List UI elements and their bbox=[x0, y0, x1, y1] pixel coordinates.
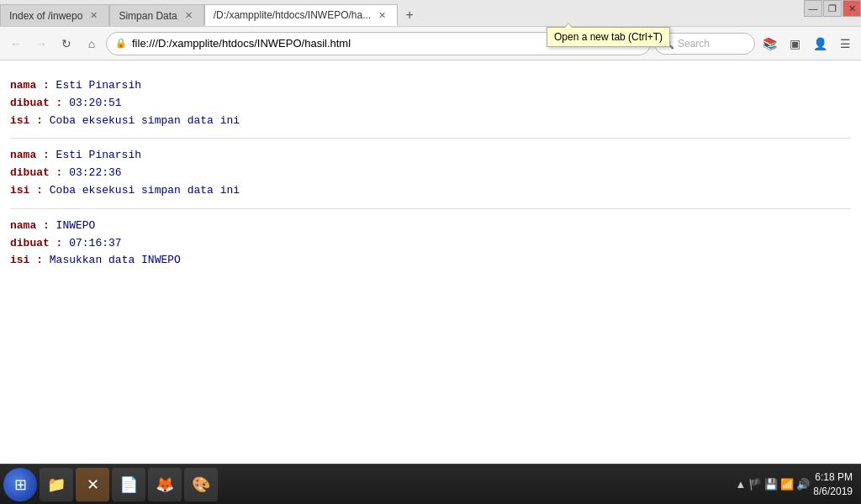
new-tab-button[interactable]: + bbox=[398, 4, 421, 26]
start-button[interactable]: ⊞ bbox=[3, 468, 37, 501]
minimize-button[interactable]: — bbox=[804, 0, 822, 17]
new-tab-tooltip: Open a new tab (Ctrl+T) bbox=[547, 27, 670, 47]
tab-3[interactable]: /D:/xampplite/htdocs/INWEPO/ha... ✕ bbox=[204, 4, 398, 26]
taskbar-xampp[interactable]: ✕ bbox=[76, 468, 109, 501]
entry-3: nama : INWEPO dibuat : 07:16:37 isi : Ma… bbox=[10, 209, 851, 278]
tab-1[interactable]: Index of /inwepo ✕ bbox=[0, 4, 109, 26]
tray-usb-icon[interactable]: 💾 bbox=[764, 478, 778, 491]
tray-up-arrow[interactable]: ▲ bbox=[735, 478, 746, 491]
close-button[interactable]: ✕ bbox=[843, 0, 861, 17]
entry-2-dibuat: dibuat : 03:22:36 bbox=[10, 165, 851, 182]
entry-1-dibuat: dibuat : 03:20:51 bbox=[10, 95, 851, 113]
clock-date: 8/6/2019 bbox=[813, 485, 853, 499]
entry-1: nama : Esti Pinarsih dibuat : 03:20:51 i… bbox=[10, 69, 851, 139]
system-tray: ▲ 🏴 💾 📶 🔊 6:18 PM 8/6/2019 bbox=[730, 470, 858, 499]
window-controls: — ❐ ✕ bbox=[803, 0, 861, 17]
address-text: file:///D:/xampplite/htdocs/INWEPO/hasil… bbox=[132, 37, 598, 50]
entry-3-dibuat: dibuat : 07:16:37 bbox=[10, 235, 851, 253]
tray-flag-icon[interactable]: 🏴 bbox=[748, 478, 762, 491]
search-placeholder: Search bbox=[678, 38, 710, 50]
lock-icon: 🔒 bbox=[115, 38, 127, 49]
maximize-button[interactable]: ❐ bbox=[823, 0, 842, 17]
avatar-icon[interactable]: 👤 bbox=[809, 33, 831, 55]
taskbar-notepad[interactable]: 📄 bbox=[112, 468, 145, 501]
taskbar-firefox[interactable]: 🦊 bbox=[148, 468, 182, 501]
entry-2-nama: nama : Esti Pinarsih bbox=[10, 147, 851, 165]
tab-1-close[interactable]: ✕ bbox=[87, 9, 100, 22]
tab-3-close[interactable]: ✕ bbox=[376, 9, 388, 22]
refresh-button[interactable]: ↻ bbox=[55, 33, 77, 55]
tray-network-icon[interactable]: 📶 bbox=[780, 478, 794, 491]
tab-2-label: Simpan Data bbox=[119, 10, 177, 22]
home-button[interactable]: ⌂ bbox=[81, 33, 103, 55]
entry-2-isi: isi : Coba eksekusi simpan data ini bbox=[10, 182, 851, 200]
entry-3-nama: nama : INWEPO bbox=[10, 218, 851, 235]
taskbar: ⊞ 📁 ✕ 📄 🦊 🎨 ▲ 🏴 💾 📶 🔊 6:18 PM 8/6/2019 bbox=[0, 464, 861, 504]
tab-3-label: /D:/xampplite/htdocs/INWEPO/ha... bbox=[214, 9, 371, 21]
entry-3-isi: isi : Masukkan data INWEPO bbox=[10, 252, 851, 270]
forward-button[interactable]: → bbox=[30, 33, 52, 55]
tab-1-label: Index of /inwepo bbox=[9, 10, 82, 22]
clock-time: 6:18 PM bbox=[813, 470, 853, 485]
taskbar-paint[interactable]: 🎨 bbox=[184, 468, 218, 501]
library-icon[interactable]: 📚 bbox=[758, 33, 780, 55]
entry-2: nama : Esti Pinarsih dibuat : 03:22:36 i… bbox=[10, 139, 851, 208]
content-area: nama : Esti Pinarsih dibuat : 03:20:51 i… bbox=[0, 60, 861, 464]
taskbar-file-explorer[interactable]: 📁 bbox=[40, 468, 73, 501]
navbar-right: 🔍 Search 📚 ▣ 👤 ☰ bbox=[654, 33, 856, 55]
entry-1-nama: nama : Esti Pinarsih bbox=[10, 77, 851, 95]
menu-icon[interactable]: ☰ bbox=[834, 33, 856, 55]
tray-icons: ▲ 🏴 💾 📶 🔊 bbox=[735, 478, 810, 491]
navbar: ← → ↻ ⌂ 🔒 file:///D:/xampplite/htdocs/IN… bbox=[0, 27, 861, 60]
tray-volume-icon[interactable]: 🔊 bbox=[796, 478, 810, 491]
tab-2-close[interactable]: ✕ bbox=[182, 9, 195, 22]
browser-window: Index of /inwepo ✕ Simpan Data ✕ /D:/xam… bbox=[0, 0, 861, 504]
sidebar-icon[interactable]: ▣ bbox=[784, 33, 806, 55]
entry-1-isi: isi : Coba eksekusi simpan data ini bbox=[10, 113, 851, 130]
titlebar: Index of /inwepo ✕ Simpan Data ✕ /D:/xam… bbox=[0, 0, 861, 27]
back-button[interactable]: ← bbox=[5, 33, 27, 55]
tab-2[interactable]: Simpan Data ✕ bbox=[109, 4, 203, 26]
clock: 6:18 PM 8/6/2019 bbox=[813, 470, 853, 499]
